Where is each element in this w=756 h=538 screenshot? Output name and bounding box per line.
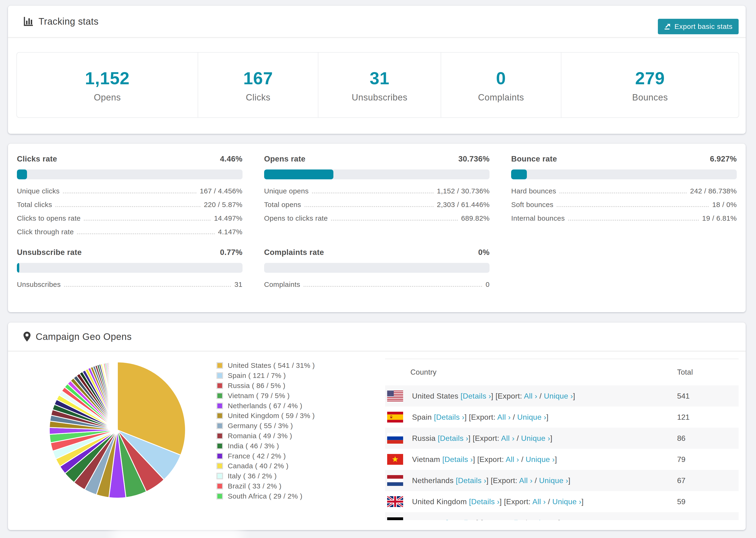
rate-title: Opens rate (264, 154, 305, 163)
export-basic-stats-button[interactable]: Export basic stats (658, 19, 739, 34)
legend-item: Spain ( 121 / 7% ) (216, 371, 315, 381)
legend-item: Netherlands ( 67 / 4% ) (216, 401, 315, 411)
export-unique-link[interactable]: Unique › (517, 413, 546, 421)
rate-section: Opens rate30.736% Unique opens1,152 / 30… (264, 154, 490, 237)
flag-icon-es (387, 412, 403, 422)
export-all-link[interactable]: All › (497, 413, 511, 421)
geo-table-row: United Kingdom [Details ›] [Export: All … (385, 491, 739, 512)
export-unique-link[interactable]: Unique › (526, 455, 555, 463)
export-all-link[interactable]: All › (524, 392, 537, 400)
total-cell: 67 (677, 476, 739, 485)
stat-value: 279 (635, 68, 665, 88)
stat-value: 31 (370, 68, 390, 88)
export-unique-link[interactable]: Unique › (521, 434, 550, 443)
total-cell: 59 (677, 497, 739, 506)
rate-title: Clicks rate (17, 154, 57, 163)
legend-item: United Kingdom ( 59 / 3% ) (216, 411, 315, 421)
page: Tracking stats Export basic stats 1,152 … (0, 0, 756, 530)
legend-item: France ( 42 / 2% ) (216, 451, 315, 461)
export-all-link[interactable]: All › (501, 434, 514, 443)
export-all-link[interactable]: All › (532, 497, 546, 506)
progress-bar (264, 170, 490, 179)
flag-icon-ru (387, 433, 403, 444)
country-cell: Spain [Details ›] [Export: All › / Uniqu… (403, 413, 549, 422)
stat-label: Bounces (632, 92, 668, 103)
details-link[interactable]: [Details › (469, 497, 500, 506)
rate-value: 6.927% (710, 154, 737, 163)
export-icon (664, 23, 671, 30)
export-all-link[interactable]: All › (506, 455, 519, 463)
rate-value: 0.77% (220, 248, 243, 257)
legend-swatch (216, 403, 223, 409)
rate-section: Unsubscribe rate0.77% Unsubscribes31 (17, 248, 243, 289)
export-all-link[interactable]: All › (509, 518, 523, 520)
legend-swatch (216, 412, 223, 419)
flag-icon-de (387, 517, 403, 520)
stat-label: Clicks (246, 92, 270, 103)
legend-swatch (216, 393, 223, 399)
export-unique-link[interactable]: Unique › (544, 392, 573, 400)
rates-grid: Clicks rate4.46% Unique clicks167 / 4.45… (17, 154, 737, 289)
bar-chart-icon (24, 17, 33, 26)
details-link[interactable]: [Details › (438, 434, 468, 443)
legend-swatch (216, 493, 223, 500)
stat-box-unsubscribes: 31 Unsubscribes (318, 53, 441, 117)
legend-swatch (216, 433, 223, 439)
total-column-header: Total (677, 368, 739, 377)
progress-bar (511, 170, 737, 179)
details-link[interactable]: [Details › (442, 455, 473, 463)
legend-item: Romania ( 49 / 3% ) (216, 431, 315, 441)
stat-box-bounces: 279 Bounces (561, 53, 739, 117)
stat-box-opens: 1,152 Opens (17, 53, 198, 117)
legend-item: United States ( 541 / 31% ) (216, 360, 315, 371)
details-link[interactable]: [Details › (434, 413, 464, 421)
rate-title: Unsubscribe rate (17, 248, 82, 257)
legend-swatch (216, 382, 223, 389)
rate-value: 0% (478, 248, 490, 257)
stat-value: 167 (243, 68, 273, 88)
legend-item: Vietnam ( 79 / 5% ) (216, 391, 315, 401)
country-cell: Germany [Details ›] [Export: All › / Uni… (403, 518, 561, 520)
country-cell: Vietnam [Details ›] [Export: All › / Uni… (403, 455, 557, 464)
geo-table-row: Russia [Details ›] [Export: All › / Uniq… (385, 428, 739, 449)
legend-item: Canada ( 40 / 2% ) (216, 461, 315, 471)
flag-icon-us (387, 391, 403, 402)
total-cell: 86 (677, 434, 739, 443)
map-pin-icon (24, 332, 30, 342)
export-unique-link[interactable]: Unique › (529, 518, 558, 520)
legend-swatch (216, 422, 223, 429)
details-link[interactable]: [Details › (460, 392, 491, 400)
legend-item: Russia ( 86 / 5% ) (216, 381, 315, 391)
legend-item: Germany ( 55 / 3% ) (216, 421, 315, 431)
stat-value: 0 (496, 68, 506, 88)
rate-section: Bounce rate6.927% Hard bounces242 / 86.7… (511, 154, 737, 237)
stat-label: Opens (94, 92, 121, 103)
geo-pie-chart (49, 361, 186, 499)
legend-swatch (216, 372, 223, 379)
rate-row: Unique opens1,152 / 30.736% (264, 182, 490, 196)
bottom-glow (113, 528, 242, 538)
flag-icon-vn (387, 454, 403, 465)
details-link[interactable]: [Details › (446, 518, 476, 520)
legend-swatch (216, 473, 223, 479)
rate-section: Complaints rate0% Complaints0 (264, 248, 490, 289)
geo-content: United States ( 541 / 31% )Spain ( 121 /… (8, 351, 746, 529)
geo-table-row: Vietnam [Details ›] [Export: All › / Uni… (385, 449, 739, 470)
legend-swatch (216, 443, 223, 449)
country-column-header: Country (385, 368, 436, 377)
flag-icon-nl (387, 475, 403, 486)
geo-table-header: Country Total (385, 359, 739, 385)
rate-title: Bounce rate (511, 154, 557, 163)
export-unique-link[interactable]: Unique › (539, 476, 568, 485)
rate-title: Complaints rate (264, 248, 324, 257)
export-unique-link[interactable]: Unique › (552, 497, 581, 506)
details-link[interactable]: [Details › (456, 476, 486, 485)
rate-row: Total opens2,303 / 61.446% (264, 196, 490, 209)
rate-row: Click through rate4.147% (17, 223, 243, 237)
country-cell: United States [Details ›] [Export: All ›… (403, 392, 575, 401)
legend-item: India ( 46 / 3% ) (216, 441, 315, 451)
export-all-link[interactable]: All › (519, 476, 532, 485)
rate-row: Hard bounces242 / 86.738% (511, 182, 737, 196)
rate-row: Unique clicks167 / 4.456% (17, 182, 243, 196)
total-cell: 55 (677, 518, 739, 520)
